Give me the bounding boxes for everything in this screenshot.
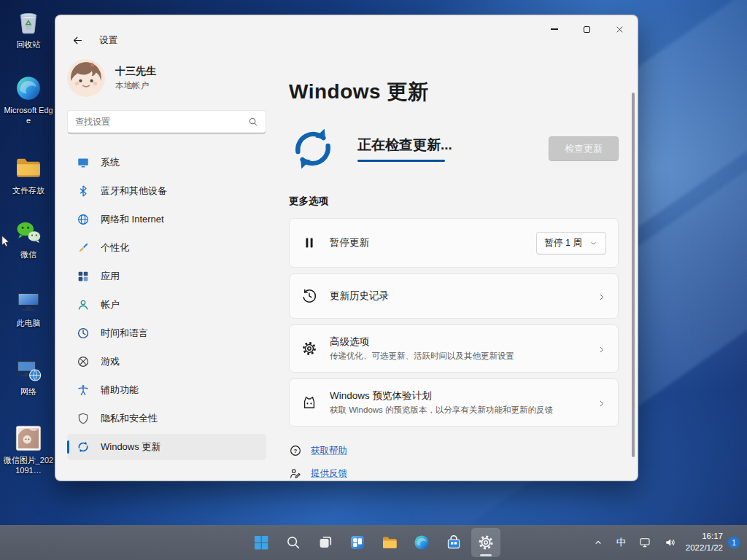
search-icon [248, 117, 258, 127]
update-status-row: 正在检查更新... 检查更新 [289, 125, 619, 173]
notification-count-badge[interactable]: 1 [728, 537, 740, 548]
user-avatar [67, 59, 105, 97]
sidebar-item-label: 帐户 [101, 298, 120, 311]
chevron-right-icon [597, 398, 606, 408]
link-label: 获取帮助 [311, 445, 347, 457]
start-button[interactable] [247, 528, 276, 557]
sidebar-item-label: 游戏 [101, 355, 120, 368]
edge-browser-button[interactable] [407, 528, 436, 557]
desktop-icon-folder[interactable]: 文件存放 [3, 153, 54, 196]
settings-gear-icon [477, 534, 495, 551]
network-tray-button[interactable] [635, 528, 655, 557]
task-view-button[interactable] [311, 528, 340, 557]
sidebar-item-system[interactable]: 系统 [67, 149, 266, 176]
sidebar-item-personalization[interactable]: 个性化 [67, 235, 266, 261]
sidebar-item-label: 个性化 [101, 241, 129, 254]
sidebar-item-bluetooth-devices[interactable]: 蓝牙和其他设备 [67, 178, 266, 204]
feedback-icon [289, 467, 302, 480]
desktop-icon-network[interactable]: 网络 [3, 354, 54, 397]
mouse-cursor [0, 235, 12, 250]
tray-overflow-button[interactable] [589, 528, 608, 557]
windows-logo-icon [252, 534, 270, 551]
edge-icon [413, 534, 430, 551]
back-button[interactable] [67, 31, 88, 49]
file-explorer-button[interactable] [375, 528, 404, 557]
card-title: 暂停更新 [330, 236, 369, 249]
sidebar-item-network-internet[interactable]: 网络和 Internet [67, 206, 266, 233]
sidebar-item-label: 隐私和安全性 [101, 412, 158, 425]
desktop-icon-label: 文件存放 [12, 186, 44, 196]
user-account-type: 本地帐户 [115, 80, 156, 91]
bluetooth-icon [77, 184, 90, 198]
sidebar-item-label: 时间和语言 [101, 327, 148, 340]
sidebar-item-label: Windows 更新 [101, 440, 160, 454]
get-help-link[interactable]: ? 获取帮助 [289, 444, 347, 457]
update-sync-icon [289, 125, 337, 173]
gear-icon [301, 341, 317, 357]
volume-tray-button[interactable] [660, 528, 681, 557]
card-title: 高级选项 [330, 335, 514, 349]
desktop-icon-label: 网络 [20, 387, 36, 397]
more-options-label: 更多选项 [289, 195, 619, 208]
pause-icon [301, 235, 317, 251]
card-subtitle: 传递优化、可选更新、活跃时间以及其他更新设置 [330, 351, 514, 362]
desktop-icon-edge[interactable]: Microsoft Edge [3, 73, 54, 126]
check-updates-button[interactable]: 检查更新 [549, 136, 619, 161]
sidebar-item-gaming[interactable]: 游戏 [67, 349, 266, 375]
chevron-up-icon [592, 537, 604, 548]
network-icon [13, 354, 44, 385]
link-label: 提供反馈 [311, 467, 347, 480]
update-status-text: 正在检查更新... [357, 136, 452, 155]
accessibility-icon [77, 384, 90, 397]
settings-nav: 系统 蓝牙和其他设备 网络和 Internet 个性化 应用 帐户 [67, 149, 266, 460]
sidebar-item-apps[interactable]: 应用 [67, 263, 266, 289]
person-icon [77, 298, 90, 311]
desktop-icon-label: 回收站 [17, 40, 41, 50]
chevron-right-icon [597, 292, 606, 301]
widgets-button[interactable] [343, 528, 372, 557]
user-account-row[interactable]: 十三先生 本地帐户 [67, 59, 266, 97]
sidebar-item-label: 辅助功能 [101, 384, 139, 397]
search-input[interactable] [75, 117, 248, 127]
sidebar-item-windows-update[interactable]: Windows 更新 [67, 434, 266, 460]
sidebar-item-label: 系统 [101, 156, 120, 169]
store-icon [445, 534, 462, 551]
update-history-card[interactable]: 更新历史记录 [289, 273, 619, 319]
desktop-icon-wechat-image[interactable]: 微信图片_2021091… [3, 423, 54, 476]
update-progress-bar [357, 160, 445, 162]
insider-program-card[interactable]: Windows 预览体验计划 获取 Windows 的预览版本，以分享有关新功能… [289, 378, 619, 427]
scrollbar-thumb[interactable] [632, 93, 635, 457]
window-scrollbar[interactable] [632, 93, 635, 464]
taskbar-clock[interactable]: 16:17 2022/1/22 [686, 531, 723, 553]
taskbar-search-button[interactable] [279, 528, 308, 557]
minimize-icon [551, 28, 558, 29]
recycle-bin-icon [13, 7, 44, 38]
settings-search-box[interactable] [67, 110, 266, 133]
task-view-icon [317, 534, 333, 551]
desktop-icon-recycle-bin[interactable]: 回收站 [3, 7, 54, 50]
desktop-icon-this-pc[interactable]: 此电脑 [3, 286, 54, 329]
card-title: 更新历史记录 [330, 289, 389, 303]
windows-update-page: Windows 更新 正在检查更新... 检查更新 更多选项 暂停更新 暂停 1… [289, 56, 638, 481]
ime-indicator[interactable]: 中 [613, 528, 630, 557]
microsoft-store-button[interactable] [439, 528, 468, 557]
sidebar-item-accessibility[interactable]: 辅助功能 [67, 377, 266, 403]
maximize-button[interactable] [570, 17, 603, 42]
edge-icon [13, 73, 44, 104]
settings-window: 设置 十三先生 本地帐户 系统 [55, 15, 638, 481]
xbox-icon [77, 355, 90, 368]
help-links: ? 获取帮助 提供反馈 [289, 444, 619, 480]
sidebar-item-time-language[interactable]: 时间和语言 [67, 320, 266, 346]
sidebar-item-privacy-security[interactable]: 隐私和安全性 [67, 405, 266, 432]
help-icon: ? [289, 444, 302, 457]
pause-duration-dropdown[interactable]: 暂停 1 周 [536, 232, 606, 254]
give-feedback-link[interactable]: 提供反馈 [289, 467, 347, 480]
file-explorer-icon [381, 534, 398, 551]
advanced-options-card[interactable]: 高级选项 传递优化、可选更新、活跃时间以及其他更新设置 [289, 324, 619, 373]
close-button[interactable] [603, 17, 636, 42]
minimize-button[interactable] [538, 17, 570, 42]
settings-app-button[interactable] [471, 528, 500, 557]
clock-time: 16:17 [686, 531, 723, 542]
sidebar-item-accounts[interactable]: 帐户 [67, 292, 266, 318]
taskbar-center [247, 528, 500, 557]
